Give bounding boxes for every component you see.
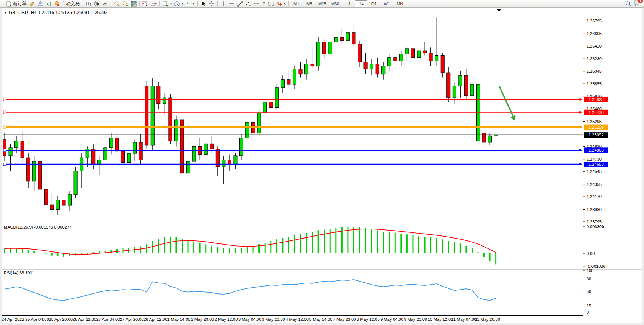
zoom-in-button[interactable] — [113, 0, 121, 7]
chart-shift-button[interactable] — [150, 0, 158, 7]
svg-text:11 May 04:00: 11 May 04:00 — [451, 317, 477, 322]
candle — [38, 161, 42, 189]
new-chart-dropdown[interactable]: ▾ — [161, 0, 173, 7]
candle — [322, 42, 326, 54]
auto-trading-button[interactable]: 自动交易 — [53, 0, 81, 7]
text-a-icon: A — [262, 1, 266, 6]
timeframe-W1[interactable]: W1 — [381, 0, 393, 7]
macd-bar — [371, 229, 372, 253]
macd-bar — [318, 230, 319, 253]
timeframe-H1[interactable]: H1 — [342, 0, 354, 7]
macd-bar — [359, 227, 360, 253]
templates-dropdown[interactable]: ▾ — [184, 0, 196, 7]
bar-chart-mode-button[interactable] — [84, 0, 92, 7]
shapes-arrows-icon — [276, 1, 282, 7]
tile-windows-button[interactable] — [129, 0, 138, 7]
channel-tool[interactable]: E — [244, 0, 253, 7]
trendline-tool[interactable] — [236, 0, 244, 7]
toolbar-grip[interactable] — [81, 1, 83, 6]
svg-text:27 Apr 20:00: 27 Apr 20:00 — [120, 317, 143, 322]
svg-text:1.24863: 1.24863 — [588, 148, 604, 152]
text-tool[interactable]: A — [261, 0, 267, 7]
line-drag-handle[interactable] — [3, 163, 6, 166]
line-drag-handle[interactable] — [3, 149, 6, 152]
macd-bar — [418, 236, 419, 253]
candle — [358, 44, 362, 62]
svg-text:26 Apr 12:00: 26 Apr 12:00 — [73, 317, 96, 322]
timeframe-MN[interactable]: MN — [394, 0, 406, 7]
auto-scroll-button[interactable] — [141, 0, 150, 7]
timeframe-toolbar: M1M5M15M30H1H4D1W1MN — [290, 0, 406, 7]
timeframe-H4[interactable]: H4 — [355, 0, 367, 7]
timeframe-M5[interactable]: M5 — [303, 0, 316, 7]
svg-text:5 May 04:00: 5 May 04:00 — [309, 317, 333, 322]
timeframe-M1[interactable]: M1 — [290, 0, 303, 7]
profiles-dropdown[interactable]: ▾ — [173, 0, 184, 7]
chart-title-bar[interactable]: ▼ GBPUSD-,H4 1.25115 1.25135 1.25091 1.2… — [4, 10, 107, 15]
collapse-triangle-icon[interactable]: ▼ — [4, 11, 7, 14]
styler-button[interactable] — [28, 0, 36, 7]
line-drag-handle[interactable] — [3, 126, 6, 128]
macd-bar — [424, 237, 426, 253]
candle — [275, 88, 279, 108]
svg-text:1.26230: 1.26230 — [587, 56, 602, 61]
candle — [305, 64, 308, 74]
candle — [151, 86, 154, 145]
candle — [494, 135, 497, 136]
line-chart-mode-button[interactable] — [101, 0, 109, 7]
zoom-out-button[interactable] — [121, 0, 129, 7]
candle — [192, 146, 196, 161]
fibonacci-icon: F — [254, 1, 260, 7]
community-button[interactable] — [36, 0, 45, 7]
new-order-label: 新订单 — [13, 0, 27, 7]
candle — [269, 102, 273, 107]
macd-bar — [211, 246, 212, 253]
text-label-tool[interactable]: T — [267, 0, 275, 7]
macd-bar — [241, 248, 242, 253]
svg-text:1.24730: 1.24730 — [587, 157, 602, 162]
timeframe-M30[interactable]: M30 — [329, 0, 341, 7]
new-order-button[interactable]: 新订单 — [5, 0, 28, 7]
line-drag-handle[interactable] — [3, 98, 6, 101]
macd-bar — [347, 227, 348, 253]
macd-bar — [478, 252, 479, 253]
fibonacci-tool[interactable]: F — [253, 0, 261, 7]
candlestick-mode-button[interactable] — [92, 0, 101, 7]
candle — [27, 158, 30, 181]
macd-bar — [16, 248, 17, 253]
macd-bar — [22, 249, 23, 253]
svg-text:1.24545: 1.24545 — [587, 169, 602, 174]
candle — [346, 33, 349, 41]
svg-text:7 May 23:00: 7 May 23:00 — [333, 317, 356, 322]
toolbar-grip[interactable] — [2, 1, 3, 6]
svg-text:4 May 12:00: 4 May 12:00 — [285, 317, 309, 322]
horizontal-line-tool[interactable] — [228, 0, 236, 7]
search-icon[interactable] — [625, 1, 631, 7]
candle — [15, 141, 18, 148]
vertical-line-tool[interactable] — [219, 0, 228, 7]
svg-text:1.26795: 1.26795 — [587, 19, 602, 23]
line-drag-handle[interactable] — [3, 111, 6, 114]
svg-text:0.00: 0.00 — [587, 251, 595, 256]
macd-bar — [330, 229, 331, 253]
price-chart[interactable]: 1.267951.266051.264201.262301.260451.258… — [0, 0, 644, 325]
arrows-dropdown[interactable]: ▾ — [275, 0, 287, 7]
line-end-marker — [579, 111, 581, 113]
cursor-tool-button[interactable] — [199, 0, 207, 7]
svg-text:1.24355: 1.24355 — [587, 182, 602, 187]
svg-text:80: 80 — [587, 277, 591, 281]
signal-icon — [46, 1, 52, 7]
svg-text:1.26045: 1.26045 — [587, 69, 602, 74]
timeframe-D1[interactable]: D1 — [368, 0, 380, 7]
notifications-button[interactable]: 1 — [634, 0, 641, 8]
candle — [157, 86, 160, 104]
macd-bar — [63, 253, 64, 257]
chevron-down-icon: ▾ — [170, 2, 172, 5]
candle — [429, 53, 432, 61]
timeframe-M15[interactable]: M15 — [316, 0, 328, 7]
macd-bar — [430, 237, 431, 253]
signals-button[interactable] — [45, 0, 53, 7]
crosshair-tool-button[interactable] — [207, 0, 216, 7]
clock-icon — [174, 1, 180, 7]
toolbar-separator — [217, 1, 218, 6]
